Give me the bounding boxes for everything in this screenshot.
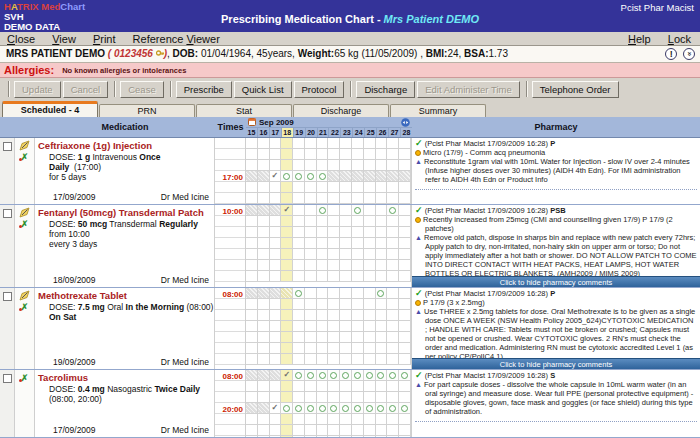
grid-cell — [270, 271, 282, 282]
protocol-button[interactable]: Protocol — [294, 81, 345, 98]
dose-due-cell[interactable] — [328, 370, 340, 381]
medication-cell[interactable]: Tacrolimus DOSE: 0.4 mg Nasogastric Twic… — [35, 370, 215, 437]
dose-due-cell[interactable] — [340, 403, 352, 414]
row-checkbox[interactable] — [3, 374, 12, 383]
day-header-cell[interactable]: 18 — [282, 128, 294, 137]
grid-cell — [340, 436, 352, 437]
dose-due-cell[interactable] — [364, 370, 376, 381]
menu-reference-viewer[interactable]: Reference Viewer — [126, 32, 227, 46]
dose-given-cell[interactable]: ✓ — [270, 171, 282, 182]
tab-stat[interactable]: Stat — [196, 104, 292, 117]
dose-due-cell[interactable] — [387, 403, 399, 414]
day-header-cell[interactable]: 27 — [389, 128, 401, 137]
grid-cell — [305, 138, 317, 149]
medication-cell[interactable]: Fentanyl (50mcg) Transdermal Patch DOSE:… — [35, 205, 215, 287]
day-header-cell[interactable]: 20 — [306, 128, 318, 137]
cease-icon[interactable]: ✗ — [19, 152, 30, 162]
order-note-icon[interactable] — [19, 140, 30, 151]
patient-alert-icon[interactable]: ! — [665, 48, 677, 60]
day-header-cell[interactable]: 22 — [329, 128, 341, 137]
grid-cell — [340, 414, 352, 425]
menu-close[interactable]: Close — [0, 32, 42, 46]
quick-list-button[interactable]: Quick List — [234, 81, 292, 98]
dose-due-cell[interactable] — [281, 171, 293, 182]
dose-due-cell[interactable] — [352, 370, 364, 381]
row-checkbox[interactable] — [3, 209, 12, 218]
dose-due-cell[interactable] — [376, 370, 388, 381]
dose-due-cell[interactable] — [399, 403, 411, 414]
grid-cell — [352, 321, 364, 332]
medication-cell[interactable]: Ceftriaxone (1g) Injection DOSE: 1 g Int… — [35, 138, 215, 204]
warning-triangle-icon: ▲ — [415, 158, 422, 165]
day-header-cell[interactable]: 16 — [258, 128, 270, 137]
grid-cell — [364, 299, 376, 310]
dose-due-cell[interactable] — [293, 171, 305, 182]
day-header-cell[interactable]: 26 — [377, 128, 389, 137]
row-checkbox[interactable] — [3, 292, 12, 301]
menu-print[interactable]: Print — [86, 32, 123, 46]
discharge-button[interactable]: Discharge — [356, 81, 415, 98]
day-header-cell[interactable]: 25 — [365, 128, 377, 137]
dose-due-cell[interactable] — [281, 403, 293, 414]
day-header-cell[interactable]: 23 — [341, 128, 353, 137]
grid-cell — [281, 193, 293, 204]
grid-cell — [399, 216, 411, 227]
tab-summary[interactable]: Summary — [390, 104, 486, 117]
dose-due-cell[interactable] — [340, 370, 352, 381]
dose-given-cell[interactable]: ✓ — [281, 205, 293, 216]
dose-due-cell[interactable] — [305, 370, 317, 381]
dose-given-cell[interactable]: ✓ — [281, 370, 293, 381]
menu-view[interactable]: View — [45, 32, 83, 46]
dose-due-cell[interactable] — [328, 403, 340, 414]
cease-icon[interactable]: ✗ — [19, 302, 30, 312]
dose-due-cell[interactable] — [376, 288, 388, 299]
dose-due-cell[interactable] — [387, 370, 399, 381]
collapse-patient-bar-icon[interactable]: » — [683, 48, 695, 60]
calendar-nav-icon[interactable] — [401, 118, 410, 127]
hide-pharmacy-comments-bar[interactable]: Click to hide pharmacy comments — [412, 358, 700, 369]
dose-due-cell[interactable] — [376, 403, 388, 414]
dose-due-cell[interactable] — [387, 205, 399, 216]
day-header-cell[interactable]: 21 — [318, 128, 330, 137]
menu-help[interactable]: Help — [621, 32, 658, 46]
order-note-icon[interactable] — [19, 290, 30, 301]
menu-lock[interactable]: Lock — [661, 32, 698, 46]
dose-due-cell[interactable] — [317, 205, 329, 216]
day-header-cell[interactable]: 17 — [270, 128, 282, 137]
tab-prn[interactable]: PRN — [99, 104, 195, 117]
day-header-cell[interactable]: 19 — [294, 128, 306, 137]
day-header-cell[interactable]: 28 — [401, 128, 412, 137]
day-header-cell[interactable]: 15 — [246, 128, 258, 137]
grid-cell — [270, 216, 282, 227]
tab-scheduled[interactable]: Scheduled - 4 — [2, 101, 98, 117]
dose-blocked-cell — [246, 171, 258, 182]
grid-cell — [317, 288, 329, 299]
dose-due-cell[interactable] — [293, 403, 305, 414]
day-header-cell[interactable]: 24 — [353, 128, 365, 137]
dose-due-cell[interactable] — [399, 370, 411, 381]
pharmacy-divider — [415, 189, 697, 190]
grid-cell — [317, 414, 329, 425]
order-note-icon[interactable] — [19, 207, 30, 218]
dose-due-cell[interactable] — [293, 288, 305, 299]
dose-due-cell[interactable] — [305, 403, 317, 414]
tab-discharge[interactable]: Discharge — [293, 104, 389, 117]
dose-due-cell[interactable] — [317, 171, 329, 182]
telephone-order-button[interactable]: Telephone Order — [532, 81, 619, 98]
hide-pharmacy-comments-bar[interactable]: Click to hide pharmacy comments — [412, 276, 700, 287]
dose-due-cell[interactable] — [364, 403, 376, 414]
dose-due-cell[interactable] — [352, 403, 364, 414]
cease-icon[interactable]: ✗ — [19, 373, 30, 383]
dose-due-cell[interactable] — [317, 403, 329, 414]
administration-grid: ✓ — [246, 205, 412, 287]
dose-due-cell[interactable] — [317, 370, 329, 381]
prescribe-button[interactable]: Prescribe — [176, 81, 232, 98]
row-checkbox[interactable] — [3, 142, 12, 151]
dose-due-cell[interactable] — [352, 205, 364, 216]
dose-due-cell[interactable] — [293, 370, 305, 381]
grid-cell — [270, 310, 282, 321]
cease-icon[interactable]: ✗ — [19, 219, 30, 229]
dose-due-cell[interactable] — [305, 171, 317, 182]
dose-given-cell[interactable]: ✓ — [270, 403, 282, 414]
medication-cell[interactable]: Methotrexate Tablet DOSE: 7.5 mg Oral In… — [35, 288, 215, 369]
